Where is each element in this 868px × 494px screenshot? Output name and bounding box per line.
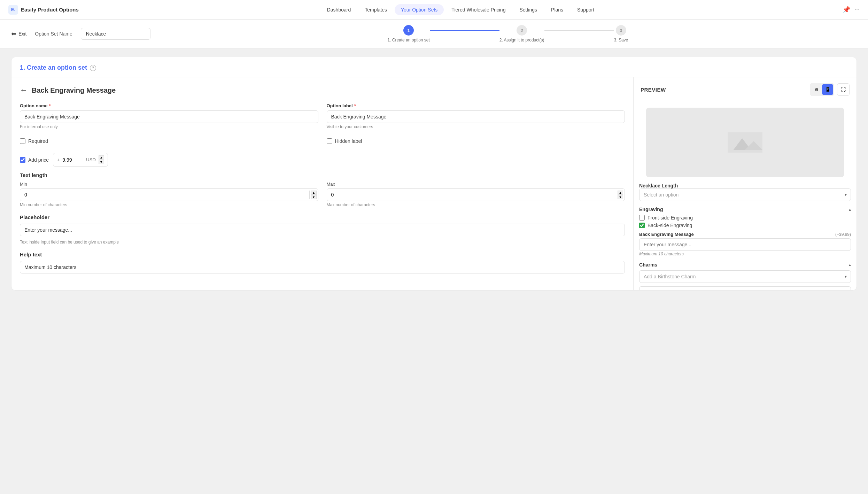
engraving-chevron-up[interactable]: ▴	[849, 207, 851, 212]
help-text-input[interactable]	[20, 261, 625, 273]
nav-templates[interactable]: Templates	[358, 4, 393, 15]
nav-your-option-sets[interactable]: Your Option Sets	[395, 4, 444, 15]
add-price-checkbox[interactable]	[20, 157, 25, 163]
placeholder-input[interactable]	[20, 224, 625, 236]
desktop-view-button[interactable]: 🖥	[811, 84, 822, 95]
necklace-length-dropdown-wrapper: Select an option ▾	[639, 188, 851, 201]
preview-image	[646, 108, 844, 177]
charms-section-title: Charms	[639, 262, 657, 268]
birthstone-charm-wrapper: Add a Birthstone Charm ▾	[639, 270, 851, 283]
step-2: 2 2. Assign it to product(s)	[499, 25, 544, 43]
nav-support[interactable]: Support	[571, 4, 600, 15]
more-options-icon[interactable]: ···	[854, 6, 860, 13]
front-side-checkbox[interactable]	[639, 215, 645, 221]
option-set-name-input[interactable]	[81, 28, 150, 40]
preview-controls: 🖥 📱 ⛶	[810, 83, 850, 96]
number-charm-wrapper: Add a Number charm ▾	[639, 286, 851, 290]
section-title: 1. Create an option set ?	[11, 57, 857, 71]
currency-label: USD	[86, 157, 95, 162]
view-toggle: 🖥 📱	[810, 83, 834, 96]
max-down-button[interactable]: ▼	[618, 195, 623, 199]
price-addon-badge: (+$9.99)	[835, 232, 851, 237]
nav-tiered-wholesale[interactable]: Tiered Wholesale Pricing	[445, 4, 512, 15]
max-up-button[interactable]: ▲	[618, 191, 623, 195]
nav-dashboard[interactable]: Dashboard	[321, 4, 357, 15]
required-checkbox-row[interactable]: Required	[20, 138, 318, 144]
charms-chevron-up[interactable]: ▴	[849, 262, 851, 267]
front-side-label: Front-side Engraving	[648, 215, 693, 221]
price-input-group: + USD ▲ ▼	[53, 153, 108, 167]
top-nav: Dashboard Templates Your Option Sets Tie…	[321, 4, 600, 15]
step-2-label: 2. Assign it to product(s)	[499, 38, 544, 43]
hidden-label-text: Hidden label	[335, 138, 362, 144]
mobile-view-button[interactable]: 📱	[822, 84, 833, 95]
hidden-label-checkbox-row[interactable]: Hidden label	[327, 138, 625, 144]
min-input[interactable]	[20, 189, 309, 201]
nav-settings[interactable]: Settings	[513, 4, 543, 15]
necklace-length-select[interactable]: Select an option	[639, 188, 851, 201]
min-down-button[interactable]: ▼	[311, 195, 317, 199]
engraving-section: Engraving ▴ Front-side Engraving Back-si…	[639, 207, 851, 256]
max-input-wrap: ▲ ▼	[327, 188, 625, 201]
max-hint: Max number of characters	[327, 202, 625, 207]
min-up-button[interactable]: ▲	[311, 191, 317, 195]
back-side-checkbox[interactable]	[639, 223, 645, 228]
exit-button[interactable]: ⬅ Exit	[11, 30, 26, 38]
panel-title: Back Engraving Message	[32, 86, 116, 94]
help-icon[interactable]: ?	[90, 65, 96, 71]
add-price-row: Add price + USD ▲ ▼	[20, 153, 625, 167]
option-label-label: Option label *	[327, 103, 625, 108]
required-hidden-row: Required Hidden label	[20, 135, 625, 147]
preview-scroll-area[interactable]: Necklace Length Select an option ▾ Engra…	[634, 102, 857, 290]
max-label: Max	[327, 182, 625, 187]
engraving-message-input[interactable]	[639, 238, 851, 251]
fullscreen-button[interactable]: ⛶	[837, 83, 850, 96]
option-label-hint: Visible to your customers	[327, 124, 625, 129]
charms-section-header: Charms ▴	[639, 262, 851, 268]
hidden-label-checkbox[interactable]	[327, 138, 332, 144]
price-down-button[interactable]: ▼	[99, 160, 104, 164]
option-label-input[interactable]	[327, 110, 625, 123]
birthstone-charm-select[interactable]: Add a Birthstone Charm	[639, 270, 851, 283]
required-group: Required	[20, 135, 318, 147]
price-stepper: ▲ ▼	[99, 155, 104, 164]
engraving-section-header: Engraving ▴	[639, 207, 851, 212]
preview-title: PREVIEW	[641, 87, 666, 93]
pin-icon: 📌	[843, 6, 850, 14]
app-name: Easify Product Options	[21, 7, 79, 13]
price-up-button[interactable]: ▲	[99, 155, 104, 160]
minmax-row: Min ▲ ▼ Min number of characters Max	[20, 182, 625, 207]
back-side-engraving-option[interactable]: Back-side Engraving	[639, 223, 851, 228]
text-length-title: Text length	[20, 172, 625, 178]
top-bar: E. Easify Product Options Dashboard Temp…	[0, 0, 868, 20]
left-panel: ← Back Engraving Message Option name * F…	[11, 77, 634, 290]
max-input[interactable]	[327, 189, 616, 201]
required-checkbox[interactable]	[20, 138, 25, 144]
option-name-input[interactable]	[20, 110, 318, 123]
front-side-engraving-option[interactable]: Front-side Engraving	[639, 215, 851, 221]
back-header: ← Back Engraving Message	[20, 86, 625, 95]
add-price-checkbox-row[interactable]: Add price	[20, 157, 49, 163]
nav-plans[interactable]: Plans	[545, 4, 569, 15]
price-input[interactable]	[62, 157, 83, 163]
placeholder-hint: Text inside input field can be used to g…	[20, 240, 625, 245]
option-set-name-label: Option Set Name	[35, 31, 72, 37]
option-name-label: Option name *	[20, 103, 318, 108]
back-arrow-icon[interactable]: ←	[20, 86, 28, 95]
option-label-group: Option label * Visible to your customers	[327, 103, 625, 129]
plus-icon: +	[57, 157, 60, 163]
number-charm-select[interactable]: Add a Number charm	[639, 286, 851, 290]
step-3: 3 3. Save	[614, 25, 628, 43]
min-label: Min	[20, 182, 318, 187]
min-input-wrap: ▲ ▼	[20, 188, 318, 201]
placeholder-title: Placeholder	[20, 214, 625, 220]
step-1-label: 1. Create an option set	[387, 38, 429, 43]
hidden-label-group: Hidden label	[327, 135, 625, 147]
required-star-name: *	[49, 103, 51, 108]
two-panel: ← Back Engraving Message Option name * F…	[11, 77, 857, 290]
option-name-group: Option name * For internal use only	[20, 103, 318, 129]
step-2-circle: 2	[517, 25, 527, 36]
section-card: 1. Create an option set ? ← Back Engravi…	[11, 57, 857, 291]
right-panel: PREVIEW 🖥 📱 ⛶	[634, 77, 857, 290]
top-bar-right: 📌 ···	[843, 6, 860, 14]
